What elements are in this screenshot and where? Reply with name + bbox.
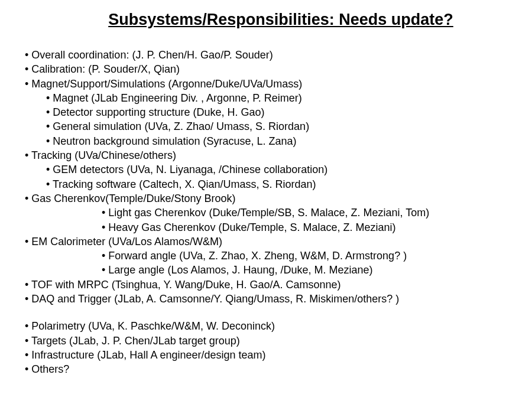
bullet-polarimetry: • Polarimetry (UVa, K. Paschke/W&M, W. D… (25, 319, 532, 333)
bullet-magnet-support: • Magnet/Support/Simulations (Argonne/Du… (25, 77, 532, 91)
bullet-tracking: • Tracking (UVa/Chinese/others) (25, 148, 532, 162)
bullet-targets: • Targets (JLab, J. P. Chen/JLab target … (25, 334, 532, 348)
bullet-general-simulation: • General simulation (UVa, Z. Zhao/ Umas… (25, 119, 532, 133)
page-title: Subsystems/Responsibilities: Needs updat… (0, 11, 532, 29)
bullet-others: • Others? (25, 362, 532, 376)
bullet-light-gas-cherenkov: • Light gas Cherenkov (Duke/Temple/SB, S… (25, 206, 532, 220)
bullet-forward-angle: • Forward angle (UVa, Z. Zhao, X. Zheng,… (25, 249, 532, 263)
bullet-detector-structure: • Detector supporting structure (Duke, H… (25, 105, 532, 119)
bullet-neutron-background: • Neutron background simulation (Syracus… (25, 134, 532, 148)
section-divider-gap (25, 306, 532, 319)
bullet-daq-trigger: • DAQ and Trigger (JLab, A. Camsonne/Y. … (25, 292, 532, 306)
bullet-infrastructure: • Infrastructure (JLab, Hall A engineer/… (25, 348, 532, 362)
bullet-calibration: • Calibration: (P. Souder/X, Qian) (25, 62, 532, 76)
bullet-tracking-software: • Tracking software (Caltech, X. Qian/Um… (25, 177, 532, 191)
bullet-heavy-gas-cherenkov: • Heavy Gas Cherenkov (Duke/Temple, S. M… (25, 220, 532, 234)
bullet-large-angle: • Large angle (Los Alamos, J. Haung, /Du… (25, 263, 532, 277)
bullet-overall-coordination: • Overall coordination: (J. P. Chen/H. G… (25, 48, 532, 62)
content-body: • Overall coordination: (J. P. Chen/H. G… (0, 48, 532, 377)
bullet-magnet: • Magnet (JLab Engineering Div. , Argonn… (25, 91, 532, 105)
bullet-gas-cherenkov: • Gas Cherenkov(Temple/Duke/Stony Brook) (25, 191, 532, 206)
bullet-em-calorimeter: • EM Calorimeter (UVa/Los Alamos/W&M) (25, 234, 532, 249)
bullet-gem-detectors: • GEM detectors (UVa, N. Liyanaga, /Chin… (25, 162, 532, 177)
bullet-tof-mrpc: • TOF with MRPC (Tsinghua, Y. Wang/Duke,… (25, 278, 532, 292)
